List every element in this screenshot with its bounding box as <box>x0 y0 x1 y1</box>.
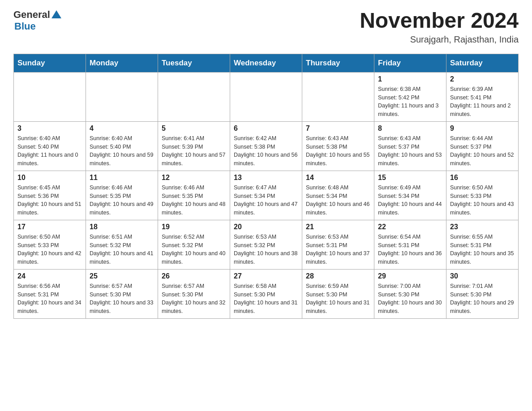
day-info: Sunrise: 6:44 AM Sunset: 5:37 PM Dayligh… <box>450 134 515 168</box>
day-number: 22 <box>378 223 442 231</box>
day-number: 25 <box>90 272 154 280</box>
day-info: Sunrise: 6:52 AM Sunset: 5:32 PM Dayligh… <box>162 233 226 266</box>
calendar-cell: 7Sunrise: 6:43 AM Sunset: 5:38 PM Daylig… <box>302 121 374 171</box>
day-number: 29 <box>378 272 442 280</box>
calendar-cell: 16Sunrise: 6:50 AM Sunset: 5:33 PM Dayli… <box>446 171 519 220</box>
day-number: 28 <box>306 272 370 280</box>
calendar-cell <box>86 72 158 121</box>
day-number: 13 <box>234 174 298 182</box>
calendar-cell: 18Sunrise: 6:51 AM Sunset: 5:32 PM Dayli… <box>86 220 158 269</box>
calendar-cell: 6Sunrise: 6:42 AM Sunset: 5:38 PM Daylig… <box>230 121 302 171</box>
day-info: Sunrise: 6:59 AM Sunset: 5:30 PM Dayligh… <box>306 282 370 316</box>
weekday-header-sunday: Sunday <box>14 54 86 72</box>
day-info: Sunrise: 6:42 AM Sunset: 5:38 PM Dayligh… <box>234 134 298 168</box>
day-info: Sunrise: 6:41 AM Sunset: 5:39 PM Dayligh… <box>162 134 226 168</box>
calendar-cell: 29Sunrise: 7:00 AM Sunset: 5:30 PM Dayli… <box>374 269 446 318</box>
day-number: 9 <box>450 124 515 133</box>
day-number: 5 <box>162 124 226 133</box>
week-row-5: 24Sunrise: 6:56 AM Sunset: 5:31 PM Dayli… <box>14 269 519 318</box>
day-info: Sunrise: 6:57 AM Sunset: 5:30 PM Dayligh… <box>162 282 226 316</box>
day-number: 27 <box>234 272 298 280</box>
day-number: 16 <box>450 174 515 182</box>
day-info: Sunrise: 6:50 AM Sunset: 5:33 PM Dayligh… <box>450 184 515 217</box>
weekday-header-friday: Friday <box>374 54 446 72</box>
day-info: Sunrise: 6:57 AM Sunset: 5:30 PM Dayligh… <box>90 282 154 316</box>
day-number: 30 <box>450 272 515 280</box>
calendar-cell <box>302 72 374 121</box>
calendar-cell: 2Sunrise: 6:39 AM Sunset: 5:41 PM Daylig… <box>446 72 519 121</box>
day-number: 17 <box>17 223 82 231</box>
calendar-cell: 14Sunrise: 6:48 AM Sunset: 5:34 PM Dayli… <box>302 171 374 220</box>
calendar-cell: 11Sunrise: 6:46 AM Sunset: 5:35 PM Dayli… <box>86 171 158 220</box>
day-number: 4 <box>90 124 154 133</box>
calendar-cell <box>158 72 230 121</box>
day-info: Sunrise: 6:56 AM Sunset: 5:31 PM Dayligh… <box>17 282 82 316</box>
month-title: November 2024 <box>360 9 519 33</box>
week-row-3: 10Sunrise: 6:45 AM Sunset: 5:36 PM Dayli… <box>14 171 519 220</box>
calendar-cell: 1Sunrise: 6:38 AM Sunset: 5:42 PM Daylig… <box>374 72 446 121</box>
day-info: Sunrise: 6:40 AM Sunset: 5:40 PM Dayligh… <box>90 134 154 168</box>
weekday-header-thursday: Thursday <box>302 54 374 72</box>
calendar-cell: 3Sunrise: 6:40 AM Sunset: 5:40 PM Daylig… <box>14 121 86 171</box>
day-info: Sunrise: 7:01 AM Sunset: 5:30 PM Dayligh… <box>450 282 515 316</box>
day-number: 1 <box>378 75 442 83</box>
calendar-cell <box>14 72 86 121</box>
day-info: Sunrise: 6:43 AM Sunset: 5:37 PM Dayligh… <box>378 134 442 168</box>
logo-triangle-icon <box>51 9 61 19</box>
day-info: Sunrise: 6:43 AM Sunset: 5:38 PM Dayligh… <box>306 134 370 168</box>
calendar-table: SundayMondayTuesdayWednesdayThursdayFrid… <box>13 54 519 319</box>
weekday-header-wednesday: Wednesday <box>230 54 302 72</box>
day-number: 26 <box>162 272 226 280</box>
day-number: 24 <box>17 272 82 280</box>
day-number: 10 <box>17 174 82 182</box>
calendar-cell: 27Sunrise: 6:58 AM Sunset: 5:30 PM Dayli… <box>230 269 302 318</box>
title-section: November 2024 Surajgarh, Rajasthan, Indi… <box>360 9 519 45</box>
day-number: 15 <box>378 174 442 182</box>
calendar-cell: 4Sunrise: 6:40 AM Sunset: 5:40 PM Daylig… <box>86 121 158 171</box>
day-info: Sunrise: 6:51 AM Sunset: 5:32 PM Dayligh… <box>90 233 154 266</box>
calendar-cell: 8Sunrise: 6:43 AM Sunset: 5:37 PM Daylig… <box>374 121 446 171</box>
logo-blue-text: Blue <box>14 21 36 32</box>
calendar-cell: 15Sunrise: 6:49 AM Sunset: 5:34 PM Dayli… <box>374 171 446 220</box>
calendar-cell: 30Sunrise: 7:01 AM Sunset: 5:30 PM Dayli… <box>446 269 519 318</box>
calendar-cell: 26Sunrise: 6:57 AM Sunset: 5:30 PM Dayli… <box>158 269 230 318</box>
calendar-cell: 9Sunrise: 6:44 AM Sunset: 5:37 PM Daylig… <box>446 121 519 171</box>
weekday-header-saturday: Saturday <box>446 54 519 72</box>
calendar-cell: 17Sunrise: 6:50 AM Sunset: 5:33 PM Dayli… <box>14 220 86 269</box>
weekday-header-row: SundayMondayTuesdayWednesdayThursdayFrid… <box>14 54 519 72</box>
calendar-cell <box>230 72 302 121</box>
weekday-header-monday: Monday <box>86 54 158 72</box>
calendar-cell: 12Sunrise: 6:46 AM Sunset: 5:35 PM Dayli… <box>158 171 230 220</box>
day-number: 2 <box>450 75 515 83</box>
day-info: Sunrise: 6:54 AM Sunset: 5:31 PM Dayligh… <box>378 233 442 266</box>
day-info: Sunrise: 6:58 AM Sunset: 5:30 PM Dayligh… <box>234 282 298 316</box>
svg-marker-0 <box>51 10 61 18</box>
day-number: 6 <box>234 124 298 133</box>
day-number: 7 <box>306 124 370 133</box>
page-header: General Blue November 2024 Surajgarh, Ra… <box>13 9 519 45</box>
day-info: Sunrise: 6:38 AM Sunset: 5:42 PM Dayligh… <box>378 85 442 119</box>
day-number: 11 <box>90 174 154 182</box>
calendar-cell: 19Sunrise: 6:52 AM Sunset: 5:32 PM Dayli… <box>158 220 230 269</box>
calendar-cell: 10Sunrise: 6:45 AM Sunset: 5:36 PM Dayli… <box>14 171 86 220</box>
day-info: Sunrise: 7:00 AM Sunset: 5:30 PM Dayligh… <box>378 282 442 316</box>
day-info: Sunrise: 6:46 AM Sunset: 5:35 PM Dayligh… <box>162 184 226 217</box>
day-info: Sunrise: 6:50 AM Sunset: 5:33 PM Dayligh… <box>17 233 82 266</box>
calendar-cell: 23Sunrise: 6:55 AM Sunset: 5:31 PM Dayli… <box>446 220 519 269</box>
day-number: 8 <box>378 124 442 133</box>
logo: General Blue <box>13 9 61 32</box>
day-number: 19 <box>162 223 226 231</box>
day-info: Sunrise: 6:53 AM Sunset: 5:31 PM Dayligh… <box>306 233 370 266</box>
day-info: Sunrise: 6:55 AM Sunset: 5:31 PM Dayligh… <box>450 233 515 266</box>
day-info: Sunrise: 6:49 AM Sunset: 5:34 PM Dayligh… <box>378 184 442 217</box>
day-number: 12 <box>162 174 226 182</box>
day-info: Sunrise: 6:39 AM Sunset: 5:41 PM Dayligh… <box>450 85 515 119</box>
week-row-4: 17Sunrise: 6:50 AM Sunset: 5:33 PM Dayli… <box>14 220 519 269</box>
calendar-cell: 24Sunrise: 6:56 AM Sunset: 5:31 PM Dayli… <box>14 269 86 318</box>
calendar-cell: 25Sunrise: 6:57 AM Sunset: 5:30 PM Dayli… <box>86 269 158 318</box>
day-info: Sunrise: 6:53 AM Sunset: 5:32 PM Dayligh… <box>234 233 298 266</box>
day-number: 20 <box>234 223 298 231</box>
calendar-cell: 13Sunrise: 6:47 AM Sunset: 5:34 PM Dayli… <box>230 171 302 220</box>
location-text: Surajgarh, Rajasthan, India <box>360 34 519 45</box>
calendar-cell: 28Sunrise: 6:59 AM Sunset: 5:30 PM Dayli… <box>302 269 374 318</box>
